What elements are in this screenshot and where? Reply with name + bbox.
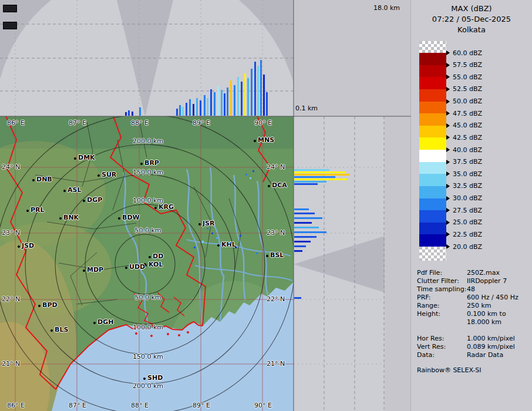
legend-entry-label: 35.0 dBZ — [453, 170, 482, 178]
city-label: MNS — [258, 136, 274, 144]
info-row-value: 48 — [467, 285, 475, 293]
arrow-icon — [446, 184, 450, 188]
arrow-icon — [446, 111, 450, 116]
echo-bar-right — [294, 297, 301, 299]
city-label: KRG — [159, 203, 174, 211]
latitude-label: 22° N — [267, 295, 285, 303]
top-projection-panel — [0, 0, 294, 116]
arrow-icon — [446, 171, 450, 176]
legend-entry-label: 45.0 dBZ — [453, 122, 482, 129]
city-marker — [32, 179, 35, 181]
legend-entry-label: 27.5 dBZ — [453, 207, 482, 214]
info-row-value: 600 Hz / 450 Hz — [467, 294, 518, 301]
legend-footer: Rainbow® SELEX-SI — [417, 366, 482, 374]
echo-bar-top — [128, 110, 130, 116]
city-label: UDD — [129, 263, 145, 271]
city-marker — [198, 223, 201, 225]
latitude-label: 24° N — [267, 163, 285, 171]
longitude-label: 86° E — [7, 402, 25, 409]
echo-pixel — [256, 252, 258, 254]
city-marker — [217, 244, 220, 247]
city-marker — [118, 217, 120, 220]
arrow-icon — [446, 75, 450, 79]
legend-entry: 40.0 dBZ — [446, 146, 482, 153]
arrow-icon — [446, 196, 450, 201]
arrow-icon — [446, 147, 450, 152]
echo-pixel — [194, 247, 196, 248]
echo-pixel — [245, 174, 247, 176]
city-marker — [97, 174, 100, 177]
echo-pixel — [202, 241, 204, 242]
info-row-label: Pdf File: — [417, 269, 442, 277]
info-row-value: IIRDoppler 7 — [467, 277, 507, 285]
echo-bar-right — [294, 174, 350, 176]
info-row-value: 1.000 km/pixel — [467, 335, 515, 342]
city-label: KOL — [149, 261, 163, 268]
range-ring-label: 50.0 km — [134, 227, 161, 234]
info-row-label: Height: — [417, 310, 440, 318]
echo-pixel — [250, 177, 251, 179]
city-marker — [93, 322, 96, 324]
city-label: MDP — [87, 266, 103, 274]
echo-bar-top — [227, 87, 228, 116]
arrow-icon — [446, 220, 450, 225]
city-label: PRL — [31, 206, 45, 214]
city-marker — [149, 256, 151, 258]
city-label: DD — [153, 252, 163, 260]
legend-station: Kolkata — [411, 25, 532, 34]
latitude-label: 23° N — [2, 229, 20, 237]
city-marker — [63, 190, 66, 192]
longitude-label: 89° E — [193, 119, 210, 127]
info-row-label: PRF: — [417, 294, 430, 301]
legend-entry: 30.0 dBZ — [446, 195, 482, 202]
info-row-value: 0.100 km to — [467, 310, 506, 318]
arrow-icon — [446, 135, 450, 140]
echo-pixel — [207, 228, 208, 230]
range-ring-label: 50.0 km — [134, 294, 161, 301]
legend-entry-label: 37.5 dBZ — [453, 158, 482, 166]
legend-entry: 42.5 dBZ — [446, 134, 482, 141]
echo-bar-top — [214, 92, 216, 116]
legend-entry-label: 25.0 dBZ — [453, 218, 482, 226]
echo-pixel — [211, 233, 213, 234]
info-row-label: Vert Res: — [417, 343, 446, 351]
latitude-label: 24° N — [2, 163, 20, 171]
city-label: BLS — [55, 326, 68, 333]
legend-entry-label: 42.5 dBZ — [453, 134, 482, 142]
legend-entry: 37.5 dBZ — [446, 159, 482, 166]
city-marker — [59, 217, 62, 220]
echo-bar-right — [294, 183, 318, 185]
legend-color-cell — [419, 210, 446, 223]
echo-bar-right — [294, 181, 326, 183]
legend-entry: 25.0 dBZ — [446, 219, 482, 226]
echo-bar-top — [132, 112, 133, 116]
city-label: JSR — [203, 220, 215, 227]
legend-color-cell — [419, 126, 446, 138]
echo-bar-top — [193, 104, 194, 116]
height-scale-box — [3, 22, 17, 29]
echo-bar-right — [294, 171, 346, 173]
city-marker — [50, 329, 53, 332]
city-label: BDW — [122, 214, 140, 221]
legend-color-cell — [419, 113, 446, 126]
arrow-icon — [446, 244, 450, 249]
latitude-label: 21° N — [2, 360, 20, 368]
city-marker — [254, 140, 256, 142]
legend-entry-label: 22.5 dBZ — [453, 231, 482, 238]
city-marker — [83, 200, 85, 202]
city-marker — [83, 269, 85, 272]
legend-entry-label: 50.0 dBZ — [453, 97, 482, 105]
city-marker — [154, 207, 157, 209]
echo-bar-right — [294, 227, 319, 228]
longitude-label: 90° E — [254, 402, 272, 409]
echo-bar-top — [182, 107, 184, 116]
echo-bar-right — [294, 222, 312, 224]
city-marker — [26, 210, 29, 212]
info-row-label: Clutter Filter: — [417, 277, 459, 285]
city-marker — [266, 255, 268, 257]
longitude-label: 89° E — [193, 402, 210, 409]
echo-bar-top — [189, 99, 191, 116]
info-row-value: 18.000 km — [467, 318, 501, 326]
echo-bar-top — [251, 69, 252, 116]
height-axis-min-label: 0.1 km — [295, 105, 318, 112]
